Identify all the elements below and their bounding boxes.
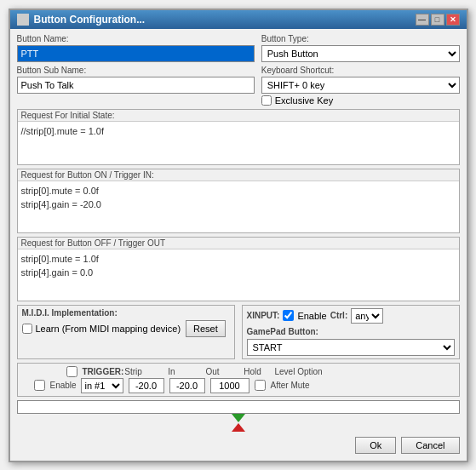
progress-bar-container — [17, 400, 460, 414]
button-type-label: Button Type: — [261, 34, 460, 43]
exclusive-key-row: Exclusive Key — [261, 95, 460, 106]
trigger-enable-checkbox[interactable] — [66, 366, 77, 377]
triangle-up-icon — [232, 423, 245, 432]
midi-learn-row: Learn (From MIDI mapping device) Reset — [22, 320, 230, 337]
initial-state-section: Request For Initial State: //strip[0].mu… — [17, 109, 460, 165]
trigger-hold-input[interactable] — [210, 378, 249, 393]
xinput-header-row: XINPUT: Enable Ctrl: any GamePad Button: — [247, 308, 455, 336]
button-name-group: Button Name: — [17, 34, 255, 62]
xinput-section: XINPUT: Enable Ctrl: any GamePad Button:… — [242, 305, 460, 359]
button-type-group: Button Type: Push Button — [261, 34, 460, 62]
midi-learn-checkbox-row: Learn (From MIDI mapping device) — [22, 324, 181, 334]
keyboard-shortcut-group: Keyboard Shortcut: SHIFT+ 0 key Exclusiv… — [261, 66, 460, 106]
cancel-button[interactable]: Cancel — [401, 437, 459, 454]
button-subname-label: Button Sub Name: — [17, 66, 255, 75]
button-name-input[interactable] — [17, 45, 255, 62]
trigger-col-headers: TRIGGER: Strip In Out Hold Level Option — [22, 366, 455, 377]
button-on-line1: strip[0].mute = 0.0f — [21, 184, 456, 198]
window-title: Button Configuration... — [34, 14, 146, 26]
keyboard-shortcut-select[interactable]: SHIFT+ 0 key — [261, 77, 460, 94]
button-off-content[interactable]: strip[0].mute = 1.0f strip[4].gain = 0.0 — [18, 249, 459, 301]
midi-learn-label: Learn (From MIDI mapping device) — [36, 324, 181, 334]
trigger-strip-select[interactable]: in #1 — [81, 378, 123, 393]
window-icon — [17, 14, 29, 26]
trigger-row-enable-checkbox[interactable] — [34, 380, 45, 391]
trigger-input-row: Enable in #1 After Mute — [22, 378, 455, 393]
trigger-after-mute-checkbox[interactable] — [255, 380, 266, 391]
initial-state-content[interactable]: //strip[0].mute = 1.0f — [18, 122, 459, 164]
trigger-level-col-label: Level Option — [275, 367, 323, 376]
progress-area — [17, 400, 460, 432]
midi-section: M.I.D.I. Implementation: Learn (From MID… — [17, 305, 235, 359]
button-on-content[interactable]: strip[0].mute = 0.0f strip[4].gain = -20… — [18, 181, 459, 232]
content-area: Button Name: Button Type: Push Button Bu… — [10, 29, 467, 461]
xinput-gamepad-row: START — [247, 339, 455, 356]
trigger-in-input[interactable] — [129, 378, 164, 393]
button-on-section: Request for Button ON / Trigger IN: stri… — [17, 169, 460, 233]
trigger-after-mute-label: After Mute — [271, 381, 310, 390]
maximize-button[interactable]: □ — [431, 14, 444, 26]
bottom-buttons: Ok Cancel — [17, 435, 460, 456]
button-on-label: Request for Button ON / Trigger IN: — [18, 169, 459, 181]
xinput-enable-label: Enable — [297, 311, 326, 321]
title-controls: — □ ✕ — [416, 14, 460, 26]
button-off-section: Request for Button OFF / Trigger OUT str… — [17, 237, 460, 301]
trigger-hold-col-label: Hold — [236, 367, 270, 376]
button-on-line2: strip[4].gain = -20.0 — [21, 198, 456, 212]
triangle-up-container — [17, 423, 460, 432]
xinput-label: XINPUT: — [247, 311, 280, 320]
xinput-gamepad-select[interactable]: START — [247, 339, 455, 356]
row-subname-shortcut: Button Sub Name: Keyboard Shortcut: SHIF… — [17, 66, 460, 106]
midi-reset-button[interactable]: Reset — [186, 320, 226, 337]
keyboard-shortcut-label: Keyboard Shortcut: — [261, 66, 460, 75]
button-type-select[interactable]: Push Button — [261, 45, 460, 62]
trigger-in-col-label: In — [154, 367, 190, 376]
initial-state-line: //strip[0].mute = 1.0f — [21, 124, 456, 139]
exclusive-key-checkbox[interactable] — [261, 95, 272, 106]
button-subname-input[interactable] — [17, 77, 255, 94]
trigger-enable-label: Enable — [50, 381, 76, 390]
midi-label: M.I.D.I. Implementation: — [22, 308, 230, 318]
trigger-out-col-label: Out — [195, 367, 231, 376]
button-name-label: Button Name: — [17, 34, 255, 43]
title-bar: Button Configuration... — □ ✕ — [10, 10, 467, 29]
button-off-label: Request for Button OFF / Trigger OUT — [18, 238, 459, 249]
main-window: Button Configuration... — □ ✕ Button Nam… — [9, 9, 468, 462]
trigger-section: TRIGGER: Strip In Out Hold Level Option … — [17, 363, 460, 397]
button-subname-group: Button Sub Name: — [17, 66, 255, 106]
initial-state-label: Request For Initial State: — [18, 110, 459, 122]
xinput-enable-checkbox[interactable] — [283, 310, 294, 321]
trigger-label: TRIGGER: — [83, 367, 113, 376]
xinput-ctrl-label: Ctrl: — [330, 311, 348, 320]
xinput-ctrl-select[interactable]: any — [351, 308, 383, 324]
xinput-gamepad-label: GamePad Button: — [247, 327, 318, 336]
button-off-line2: strip[4].gain = 0.0 — [21, 266, 456, 280]
minimize-button[interactable]: — — [416, 14, 429, 26]
midi-xinput-row: M.I.D.I. Implementation: Learn (From MID… — [17, 305, 460, 359]
title-bar-left: Button Configuration... — [17, 14, 146, 26]
trigger-strip-col-label: Strip — [118, 367, 149, 376]
button-off-line1: strip[0].mute = 1.0f — [21, 252, 456, 267]
trigger-out-input[interactable] — [169, 378, 205, 393]
midi-learn-checkbox[interactable] — [22, 324, 32, 334]
close-button[interactable]: ✕ — [446, 14, 460, 26]
row-name-type: Button Name: Button Type: Push Button — [17, 34, 460, 62]
triangle-down-icon — [232, 414, 245, 422]
exclusive-key-label: Exclusive Key — [275, 95, 333, 106]
triangle-down-container — [17, 414, 460, 422]
ok-button[interactable]: Ok — [355, 437, 396, 454]
